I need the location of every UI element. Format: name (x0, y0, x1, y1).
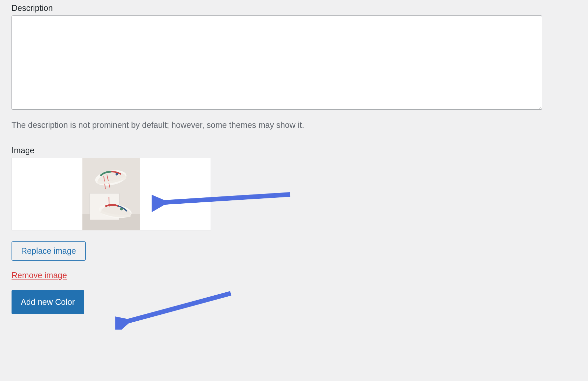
description-textarea[interactable] (12, 15, 542, 110)
image-label: Image (12, 146, 576, 155)
replace-image-button[interactable]: Replace image (12, 241, 86, 261)
shoe-product-image (82, 158, 140, 230)
remove-image-link[interactable]: Remove image (12, 271, 67, 280)
add-new-color-button[interactable]: Add new Color (12, 290, 84, 314)
image-preview-container (12, 158, 211, 230)
description-help-text: The description is not prominent by defa… (12, 120, 576, 130)
description-label: Description (12, 3, 576, 13)
image-preview-thumbnail[interactable] (82, 158, 140, 230)
